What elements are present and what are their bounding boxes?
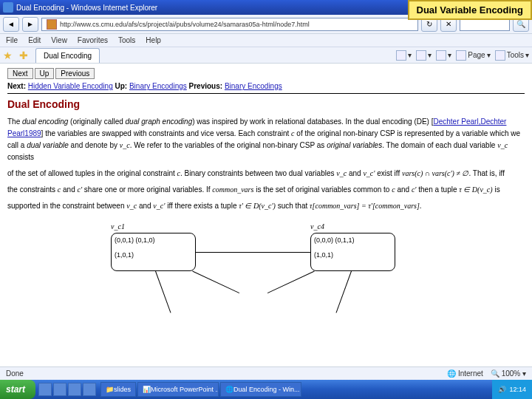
quick-launch (38, 383, 96, 396)
task-folder[interactable]: 📁 slides (100, 382, 136, 397)
page-icon (47, 19, 57, 30)
menu-help[interactable]: Help (146, 36, 161, 44)
menu-favorites[interactable]: Favorites (78, 36, 108, 44)
status-text: Done (6, 369, 24, 378)
body-text: The dual encoding (originally called dua… (7, 116, 525, 212)
node-label-right: v_c4 (310, 222, 324, 231)
ql-item-3[interactable] (68, 383, 81, 396)
link-up[interactable]: Binary Encodings (129, 82, 187, 90)
edge-diag-left (155, 271, 171, 313)
edge-cross-right (267, 271, 315, 293)
print-icon (436, 50, 446, 61)
home-icon (396, 50, 406, 61)
tools-icon (495, 50, 505, 61)
task-powerpoint[interactable]: 📊 Microsoft PowerPoint ... (137, 382, 219, 397)
node-left: (0,0,1) (0,1,0) (1,0,1) (111, 233, 196, 271)
page-content: Next Up Previous Next: Hidden Variable E… (0, 64, 532, 378)
divider (7, 93, 525, 94)
menu-edit[interactable]: Edit (28, 36, 41, 44)
feeds-icon (416, 50, 426, 61)
diagram: v_c1 v_c4 (0,0,1) (0,1,0) (1,0,1) (0,0,0… (111, 222, 525, 326)
system-tray[interactable]: 🔊 12:14 (492, 380, 532, 399)
node-label-left: v_c1 (111, 222, 125, 231)
overlay-banner: Dual Variable Encoding (408, 0, 532, 20)
link-next[interactable]: Hidden Variable Encoding (28, 82, 113, 90)
favorites-star-icon[interactable]: ★ (3, 50, 15, 61)
taskbar: start 📁 slides 📊 Microsoft PowerPoint ..… (0, 380, 532, 399)
start-button[interactable]: start (0, 380, 35, 399)
back-button[interactable]: ◄ (3, 17, 19, 32)
url-text: http://www.cs.cmu.edu/afs/cs/project/ai/… (60, 21, 310, 28)
ql-item-2[interactable] (53, 383, 66, 396)
tab-bar: ★ ✚ Dual Encoding ▾ ▾ ▾ Page ▾ Tools ▾ (0, 47, 532, 64)
node-right: (0,0,0) (0,1,1) (1,0,1) (310, 233, 395, 271)
edge-diag-right (336, 271, 352, 313)
ql-item-4[interactable] (83, 383, 96, 396)
menu-view[interactable]: View (51, 36, 67, 44)
security-zone: 🌐 Internet (447, 369, 483, 378)
window-title: Dual Encoding - Windows Internet Explore… (16, 4, 157, 12)
page-heading: Dual Encoding (7, 98, 525, 110)
nav-previous-button[interactable]: Previous (55, 68, 95, 79)
edge-horizontal (196, 252, 310, 253)
menu-bar: File Edit View Favorites Tools Help (0, 34, 532, 47)
link-prev[interactable]: Binary Encodings (225, 82, 282, 90)
print-button[interactable]: ▾ (436, 50, 451, 61)
menu-tools[interactable]: Tools (118, 36, 135, 44)
address-bar[interactable]: http://www.cs.cmu.edu/afs/cs/project/ai/… (41, 18, 418, 31)
menu-file[interactable]: File (6, 36, 18, 44)
tab-label: Dual Encoding (44, 52, 92, 60)
status-bar: Done 🌐 Internet 🔍 100% ▾ (0, 366, 532, 380)
ie-icon (3, 2, 13, 13)
add-favorites-icon[interactable]: ✚ (19, 50, 31, 61)
page-icon2 (456, 50, 466, 61)
clock: 12:14 (509, 386, 526, 393)
home-button[interactable]: ▾ (396, 50, 412, 61)
tray-icon[interactable]: 🔊 (498, 386, 506, 393)
edge-cross-left (192, 271, 239, 293)
page-menu[interactable]: Page ▾ (456, 50, 490, 61)
nav-links-line: Next: Hidden Variable Encoding Up: Binar… (7, 82, 525, 90)
nav-up-button[interactable]: Up (35, 68, 55, 79)
tools-menu[interactable]: Tools ▾ (495, 50, 529, 61)
task-ie[interactable]: 🌐 Dual Encoding - Win... (220, 382, 301, 397)
forward-button[interactable]: ► (22, 17, 38, 32)
ql-item-1[interactable] (38, 383, 52, 396)
nav-next-button[interactable]: Next (7, 68, 33, 79)
zoom-level[interactable]: 🔍 100% ▾ (491, 369, 526, 378)
feeds-button[interactable]: ▾ (416, 50, 432, 61)
page-tab[interactable]: Dual Encoding (35, 48, 100, 63)
